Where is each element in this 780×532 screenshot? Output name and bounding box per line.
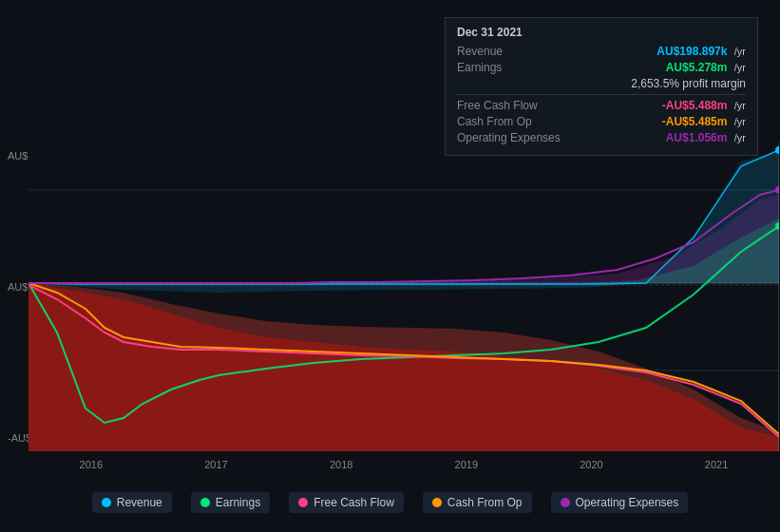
tooltip-earnings-unit: /yr bbox=[734, 62, 746, 73]
legend-cfo[interactable]: Cash From Op bbox=[423, 492, 532, 513]
legend-earnings[interactable]: Earnings bbox=[191, 492, 270, 513]
x-label-2016: 2016 bbox=[80, 459, 103, 470]
tooltip-cfo-label: Cash From Op bbox=[457, 115, 532, 128]
legend-label-opex: Operating Expenses bbox=[576, 496, 679, 509]
legend-dot-revenue bbox=[102, 498, 111, 507]
tooltip-earnings-row: Earnings AU$5.278m /yr bbox=[457, 61, 746, 74]
legend-label-cfo: Cash From Op bbox=[447, 496, 523, 509]
tooltip-box: Dec 31 2021 Revenue AU$198.897k /yr Earn… bbox=[445, 17, 758, 156]
tooltip-earnings-sub-row: 2,653.5% profit margin bbox=[457, 77, 746, 90]
tooltip-earnings-value: AU$5.278m bbox=[666, 61, 728, 74]
tooltip-fcf-row: Free Cash Flow -AU$5.488m /yr bbox=[457, 99, 746, 112]
tooltip-fcf-value: -AU$5.488m bbox=[662, 99, 728, 112]
tooltip-earnings-sub: 2,653.5% profit margin bbox=[631, 77, 746, 90]
tooltip-date: Dec 31 2021 bbox=[457, 26, 746, 39]
x-labels: 2016 2017 2018 2019 2020 2021 bbox=[29, 459, 779, 470]
x-label-2019: 2019 bbox=[455, 459, 478, 470]
tooltip-cfo-value: -AU$5.485m bbox=[662, 115, 728, 128]
chart-svg bbox=[29, 142, 779, 451]
tooltip-earnings-label: Earnings bbox=[457, 61, 502, 74]
legend: Revenue Earnings Free Cash Flow Cash Fro… bbox=[0, 492, 780, 513]
x-label-2017: 2017 bbox=[204, 459, 227, 470]
legend-label-revenue: Revenue bbox=[117, 496, 162, 509]
tooltip-opex-unit: /yr bbox=[734, 132, 746, 143]
tooltip-opex-row: Operating Expenses AU$1.056m /yr bbox=[457, 131, 746, 144]
x-label-2018: 2018 bbox=[330, 459, 352, 470]
tooltip-revenue-row: Revenue AU$198.897k /yr bbox=[457, 45, 746, 58]
legend-fcf[interactable]: Free Cash Flow bbox=[289, 492, 404, 513]
legend-label-fcf: Free Cash Flow bbox=[314, 496, 394, 509]
x-label-2021: 2021 bbox=[705, 459, 728, 470]
tooltip-revenue-label: Revenue bbox=[457, 45, 503, 58]
tooltip-fcf-label: Free Cash Flow bbox=[457, 99, 538, 112]
tooltip-cfo-unit: /yr bbox=[734, 116, 746, 127]
legend-label-earnings: Earnings bbox=[216, 496, 260, 509]
legend-dot-earnings bbox=[200, 498, 210, 507]
legend-dot-fcf bbox=[298, 498, 308, 507]
legend-dot-opex bbox=[561, 498, 570, 507]
tooltip-fcf-unit: /yr bbox=[734, 100, 746, 111]
tooltip-revenue-value: AU$198.897k bbox=[656, 45, 727, 58]
tooltip-cfo-row: Cash From Op -AU$5.485m /yr bbox=[457, 115, 746, 128]
legend-revenue[interactable]: Revenue bbox=[92, 492, 172, 513]
chart-container: Dec 31 2021 Revenue AU$198.897k /yr Earn… bbox=[0, 0, 780, 532]
tooltip-opex-value: AU$1.056m bbox=[666, 131, 728, 144]
x-label-2020: 2020 bbox=[580, 459, 602, 470]
tooltip-revenue-unit: /yr bbox=[734, 46, 746, 57]
tooltip-opex-label: Operating Expenses bbox=[457, 131, 561, 144]
legend-dot-cfo bbox=[432, 498, 442, 507]
legend-opex[interactable]: Operating Expenses bbox=[551, 492, 689, 513]
